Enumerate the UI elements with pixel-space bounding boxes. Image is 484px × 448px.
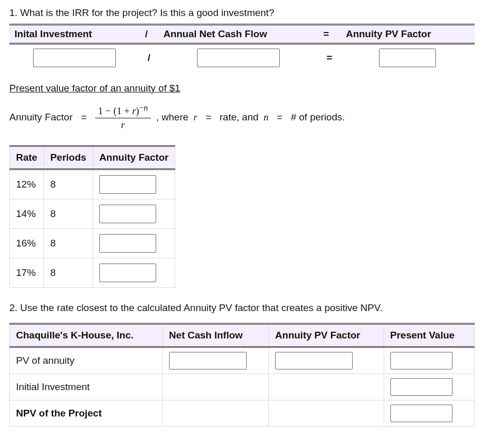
formula-periods-text: # of periods.: [291, 112, 345, 123]
annuity-pv-factor-input[interactable]: [275, 352, 353, 369]
tbl2-annuity-factor-cell: [93, 258, 175, 288]
tbl2-row: 14%8: [10, 199, 175, 229]
tbl3-present-value-cell: [384, 400, 475, 427]
tbl2-header-annuity-factor: Annuity Factor: [93, 146, 175, 169]
tbl3-net-cash-inflow-cell: [162, 374, 268, 400]
tbl2-annuity-factor-cell: [93, 229, 175, 258]
formula-lhs: Annuity Factor: [9, 112, 73, 123]
tbl2-periods-cell: 8: [44, 169, 93, 199]
tbl3-annuity-pv-factor-cell: [269, 400, 384, 427]
annuity-pv-factor-equation-table: Inital Investment / Annual Net Cash Flow…: [9, 24, 475, 71]
tbl3-row: NPV of the Project: [10, 400, 475, 427]
tbl3-label-cell: NPV of the Project: [10, 400, 163, 427]
annuity-formula-title: Present value factor of an annuity of $1: [9, 83, 475, 94]
formula-den: r: [121, 118, 125, 131]
tbl2-periods-cell: 8: [44, 229, 93, 258]
tbl2-annuity-factor-cell: [93, 169, 175, 199]
tbl2-rate-cell: 17%: [10, 258, 44, 288]
tbl1-header-equals: =: [318, 25, 341, 44]
tbl2-periods-cell: 8: [44, 199, 93, 229]
tbl1-header-annuity-pv-factor: Annuity PV Factor: [341, 25, 475, 44]
annuity-factor-lookup-table: Rate Periods Annuity Factor 12%814%816%8…: [9, 145, 175, 288]
annual-net-cash-flow-input[interactable]: [197, 49, 280, 67]
tbl3-annuity-pv-factor-cell: [269, 347, 384, 374]
tbl3-net-cash-inflow-cell: [162, 400, 268, 427]
tbl3-label-cell: Initial Investment: [10, 374, 163, 400]
present-value-input[interactable]: [390, 378, 452, 396]
tbl1-input-row: / =: [9, 44, 475, 72]
tbl3-label-cell: PV of annuity: [10, 347, 163, 374]
tbl1-header-initial-investment: Inital Investment: [9, 25, 140, 44]
annuity-factor-input[interactable]: [99, 205, 156, 223]
formula-eq2: =: [206, 112, 211, 123]
tbl2-row: 12%8: [10, 169, 175, 199]
tbl2-header-periods: Periods: [44, 146, 93, 169]
annuity-factor-input[interactable]: [99, 234, 156, 253]
tbl3-annuity-pv-factor-cell: [269, 374, 384, 400]
formula-num-r: r: [132, 105, 135, 116]
annuity-pv-factor-result-input[interactable]: [379, 49, 436, 67]
formula-n-var: n: [264, 112, 269, 123]
initial-investment-input[interactable]: [33, 49, 116, 67]
npv-calculation-table: Chaquille's K-House, Inc. Net Cash Inflo…: [9, 323, 475, 427]
tbl1-row-equals: =: [318, 44, 341, 72]
formula-fraction: 1 − (1 + r)−n r: [95, 103, 151, 131]
question-1-text: 1. What is the IRR for the project? Is t…: [9, 7, 475, 19]
tbl3-row: PV of annuity: [10, 347, 475, 374]
net-cash-inflow-input[interactable]: [169, 352, 247, 369]
formula-comma-where: , where: [156, 112, 188, 123]
formula-r-var: r: [193, 112, 197, 123]
tbl1-header-divide: /: [140, 25, 158, 44]
formula-exp-prefix: −: [139, 103, 144, 112]
tbl2-row: 16%8: [10, 229, 175, 258]
annuity-formula: Annuity Factor = 1 − (1 + r)−n r , where…: [9, 103, 475, 131]
tbl3-header-net-cash-inflow: Net Cash Inflow: [162, 324, 268, 347]
tbl1-row-divide: /: [140, 44, 158, 72]
tbl2-header-rate: Rate: [10, 146, 44, 169]
formula-eq3: =: [277, 112, 282, 123]
tbl2-rate-cell: 12%: [10, 169, 44, 199]
formula-eq1: =: [81, 112, 87, 123]
tbl3-net-cash-inflow-cell: [162, 347, 268, 374]
annuity-factor-input[interactable]: [99, 175, 156, 194]
annuity-factor-input[interactable]: [99, 264, 156, 282]
tbl2-row: 17%8: [10, 258, 175, 288]
tbl2-annuity-factor-cell: [93, 199, 175, 229]
tbl2-periods-cell: 8: [44, 258, 93, 288]
tbl3-present-value-cell: [384, 374, 475, 400]
present-value-input[interactable]: [390, 352, 452, 369]
formula-rate-text: rate, and: [220, 112, 259, 123]
tbl1-header-annual-net-cash-flow: Annual Net Cash Flow: [158, 25, 318, 44]
present-value-input[interactable]: [390, 405, 452, 422]
tbl3-present-value-cell: [384, 347, 475, 374]
tbl3-row: Initial Investment: [10, 374, 475, 400]
formula-num-prefix: 1 − (1 +: [98, 105, 132, 116]
tbl3-header-annuity-pv-factor: Annuity PV Factor: [269, 324, 384, 347]
formula-exp-n: n: [144, 103, 148, 112]
question-2-text: 2. Use the rate closest to the calculate…: [9, 302, 475, 314]
tbl3-header-company: Chaquille's K-House, Inc.: [10, 324, 163, 347]
tbl2-rate-cell: 14%: [10, 199, 44, 229]
tbl2-rate-cell: 16%: [10, 229, 44, 258]
tbl3-header-present-value: Present Value: [384, 324, 475, 347]
